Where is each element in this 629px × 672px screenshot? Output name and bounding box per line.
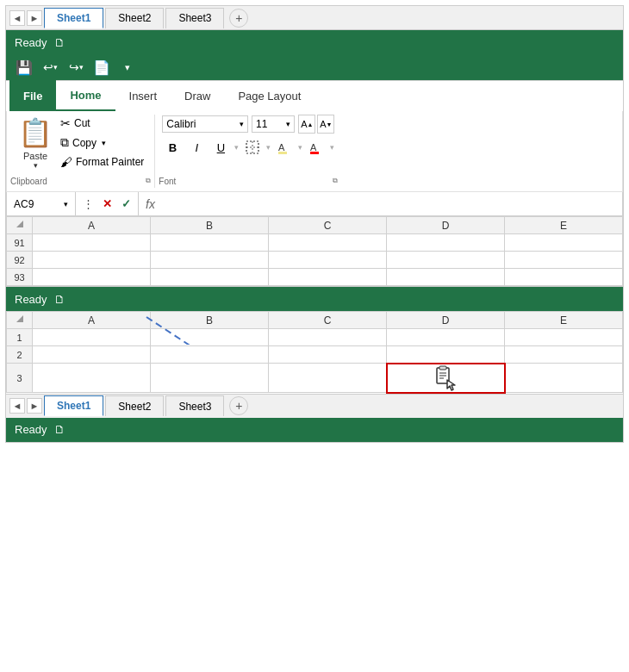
col-header-a[interactable]: A: [33, 217, 151, 234]
font-increase-button[interactable]: A▲: [298, 115, 315, 134]
bottom-sheet-tab-2[interactable]: Sheet2: [105, 395, 164, 416]
cell-a93[interactable]: [33, 269, 151, 286]
fill-color-arrow[interactable]: ▾: [298, 143, 302, 152]
cell-b3[interactable]: [151, 364, 269, 393]
confirm-button[interactable]: ✓: [117, 196, 134, 213]
font-row-2: B I U ▾ ▾: [162, 137, 334, 158]
paste-dropdown-arrow[interactable]: ▾: [34, 161, 38, 170]
formula-bar-options-button[interactable]: ⋮: [79, 196, 97, 213]
cell-d92[interactable]: [387, 252, 505, 269]
borders-arrow[interactable]: ▾: [266, 143, 271, 152]
undo-button[interactable]: ↩▾: [39, 57, 61, 78]
bottom-col-header-a[interactable]: A: [33, 312, 151, 329]
bottom-scroll-left-arrow[interactable]: ◄: [9, 398, 25, 414]
cancel-button[interactable]: ✕: [98, 196, 115, 213]
bottom-sheet-tab-3[interactable]: Sheet3: [165, 395, 224, 416]
bold-button[interactable]: B: [162, 137, 183, 158]
tab-page-layout[interactable]: Page Layout: [224, 80, 314, 111]
font-group-expand-icon[interactable]: ⧉: [333, 177, 338, 186]
cell-a3[interactable]: [33, 364, 151, 393]
cell-d93[interactable]: [387, 269, 505, 286]
cell-c2[interactable]: [269, 346, 387, 364]
cell-d91[interactable]: [387, 234, 505, 252]
redo-button[interactable]: ↪▾: [65, 57, 87, 78]
cell-a1[interactable]: [33, 329, 151, 346]
formula-bar: AC9 ▾ ⋮ ✕ ✓ fx: [6, 192, 623, 216]
bottom-scroll-right-arrow[interactable]: ►: [27, 398, 42, 414]
cell-c93[interactable]: [269, 269, 387, 286]
new-doc-button[interactable]: 📄: [90, 57, 113, 78]
font-decrease-button[interactable]: A▼: [317, 115, 334, 134]
save-button[interactable]: 💾: [13, 57, 35, 78]
bottom-corner-triangle-icon: [13, 312, 27, 326]
cell-b1[interactable]: [151, 329, 269, 346]
cell-c1[interactable]: [269, 329, 387, 346]
font-family-dropdown-arrow: ▾: [240, 120, 244, 128]
bottom-col-header-b[interactable]: B: [151, 312, 269, 329]
cut-button[interactable]: ✂ Cut: [57, 115, 147, 132]
tab-insert[interactable]: Insert: [115, 80, 171, 111]
paste-button[interactable]: 📋 Paste ▾: [14, 115, 57, 171]
fill-color-button[interactable]: A: [274, 137, 295, 158]
cell-b91[interactable]: [151, 234, 269, 252]
cell-d3[interactable]: [387, 364, 505, 393]
cell-a2[interactable]: [33, 346, 151, 364]
cell-b92[interactable]: [151, 252, 269, 269]
row-num-92: 92: [7, 252, 33, 269]
underline-button[interactable]: U: [210, 137, 231, 158]
cell-b93[interactable]: [151, 269, 269, 286]
col-header-c[interactable]: C: [269, 217, 387, 234]
cell-e3[interactable]: [505, 364, 623, 393]
cell-d2[interactable]: [387, 346, 505, 364]
cell-c3[interactable]: [269, 364, 387, 393]
font-family-dropdown[interactable]: Calibri ▾: [162, 115, 248, 133]
copy-dropdown-arrow[interactable]: ▾: [102, 139, 106, 147]
cell-a91[interactable]: [33, 234, 151, 252]
cell-e91[interactable]: [505, 234, 623, 252]
cell-b2[interactable]: [151, 346, 269, 364]
cell-d1[interactable]: [387, 329, 505, 346]
italic-button[interactable]: I: [186, 137, 207, 158]
cell-c91[interactable]: [269, 234, 387, 252]
col-header-e[interactable]: E: [505, 217, 623, 234]
clipboard-actions: ✂ Cut ⧉ Copy ▾ 🖌 Format Painter: [57, 115, 147, 171]
underline-arrow[interactable]: ▾: [234, 143, 239, 152]
copy-button[interactable]: ⧉ Copy ▾: [57, 134, 147, 152]
font-size-arrows: A▲ A▼: [298, 115, 334, 134]
borders-button[interactable]: [242, 137, 263, 158]
sheet-tab-3[interactable]: Sheet3: [165, 8, 224, 28]
bottom-sheet-tab-1[interactable]: Sheet1: [44, 395, 103, 416]
col-header-d[interactable]: D: [387, 217, 505, 234]
clipboard-expand-icon[interactable]: ⧉: [146, 177, 151, 186]
bottom-col-header-e[interactable]: E: [505, 312, 623, 329]
customize-button[interactable]: ▾: [116, 57, 139, 78]
sheet-tab-1[interactable]: Sheet1: [44, 8, 103, 28]
tab-file[interactable]: File: [9, 80, 56, 111]
cell-e1[interactable]: [505, 329, 623, 346]
col-header-b[interactable]: B: [151, 217, 269, 234]
cell-a92[interactable]: [33, 252, 151, 269]
formula-input[interactable]: [162, 192, 622, 215]
scroll-right-arrow[interactable]: ►: [27, 10, 42, 26]
sheet-tab-2[interactable]: Sheet2: [105, 8, 164, 28]
add-sheet-button[interactable]: +: [229, 9, 248, 28]
bottom-col-header-c[interactable]: C: [269, 312, 387, 329]
scroll-left-arrow[interactable]: ◄: [9, 10, 25, 26]
cell-e93[interactable]: [505, 269, 623, 286]
bottom-col-header-d[interactable]: D: [387, 312, 505, 329]
bottom-add-sheet-button[interactable]: +: [229, 396, 248, 415]
font-color-button[interactable]: A: [306, 137, 327, 158]
tab-home[interactable]: Home: [56, 80, 115, 111]
font-color-icon: A: [308, 140, 324, 155]
cell-e92[interactable]: [505, 252, 623, 269]
font-color-arrow[interactable]: ▾: [330, 143, 334, 152]
cell-e2[interactable]: [505, 346, 623, 364]
cell-ref-dropdown-arrow[interactable]: ▾: [64, 200, 68, 208]
font-size-dropdown[interactable]: 11 ▾: [252, 115, 295, 133]
clipboard-group: 📋 Paste ▾ ✂ Cut ⧉ Copy ▾ 🖌: [7, 115, 155, 188]
cell-reference-box[interactable]: AC9 ▾: [7, 192, 76, 215]
tab-draw[interactable]: Draw: [171, 80, 224, 111]
table-row: 92: [7, 252, 623, 269]
cell-c92[interactable]: [269, 252, 387, 269]
format-painter-button[interactable]: 🖌 Format Painter: [57, 153, 147, 171]
